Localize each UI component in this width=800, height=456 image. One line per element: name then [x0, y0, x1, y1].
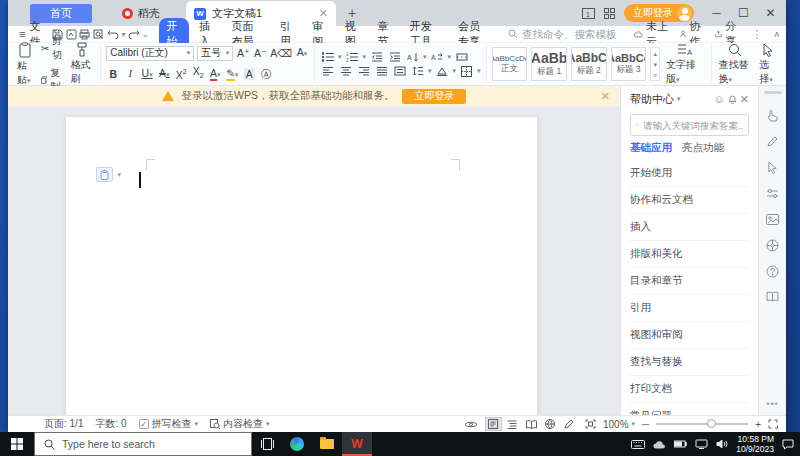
decrease-font-icon[interactable]: A⁻: [253, 47, 267, 59]
document-canvas[interactable]: [8, 106, 620, 415]
styles-scroll[interactable]: ▴ ▾ ≡: [650, 47, 660, 81]
select-button[interactable]: 选择▾: [757, 43, 779, 86]
notification-close-icon[interactable]: ✕: [601, 90, 610, 103]
fullscreen-icon[interactable]: [768, 419, 778, 429]
bell-icon[interactable]: [728, 94, 737, 104]
justify-icon[interactable]: [374, 66, 389, 76]
increase-indent-icon[interactable]: [387, 52, 402, 62]
text-layout-button[interactable]: A 文字排版▾: [664, 43, 706, 86]
content-check-toggle[interactable]: 内容检查 ▾: [210, 417, 270, 431]
style-heading1[interactable]: AaBb 标题 1: [531, 47, 567, 81]
touch-keyboard-icon[interactable]: [631, 440, 645, 449]
scroll-down-icon[interactable]: ▾: [653, 61, 657, 69]
print-preview-icon[interactable]: [92, 29, 106, 40]
style-heading2[interactable]: AaBbC( 标题 2: [571, 47, 607, 81]
strip-more-icon[interactable]: •••: [766, 399, 778, 409]
text-effects-icon[interactable]: A▾: [295, 46, 309, 60]
help-item-collab-cloud[interactable]: 协作和云文档: [630, 187, 749, 214]
bold-button[interactable]: B: [106, 68, 120, 80]
help-item-references[interactable]: 引用: [630, 295, 749, 322]
cut-button[interactable]: ✂ 剪切: [41, 34, 65, 62]
show-marks-icon[interactable]: [454, 52, 469, 62]
increase-font-icon[interactable]: A⁺: [236, 47, 250, 59]
paste-button[interactable]: 粘贴▾: [15, 42, 37, 87]
collapse-ribbon-icon[interactable]: ∧: [773, 29, 780, 39]
paste-options-button[interactable]: [96, 167, 113, 182]
document-page[interactable]: [65, 116, 538, 415]
feedback-smiley-icon[interactable]: ☺: [714, 93, 725, 105]
adjust-sliders-icon[interactable]: [766, 180, 779, 206]
quick-access-more-icon[interactable]: ⌄: [141, 30, 149, 39]
shading-icon[interactable]: [435, 66, 450, 76]
help-item-view-review[interactable]: 视图和审阅: [630, 322, 749, 349]
zoom-slider-knob[interactable]: [707, 419, 716, 428]
window-layout-icon[interactable]: 1: [582, 8, 595, 19]
edge-browser-icon[interactable]: [282, 432, 312, 456]
network-icon[interactable]: [695, 439, 708, 449]
zoom-out-button[interactable]: ─: [642, 419, 649, 430]
help-item-insert[interactable]: 插入: [630, 214, 749, 241]
font-name-select[interactable]: Calibri (正文) ▾: [106, 46, 194, 61]
onedrive-cloud-icon[interactable]: [653, 440, 666, 449]
strikethrough-button[interactable]: A▾: [157, 67, 171, 81]
zoom-slider[interactable]: [656, 423, 748, 425]
italic-button[interactable]: I: [123, 68, 137, 80]
underline-button[interactable]: U▾: [140, 67, 154, 81]
read-mode-button[interactable]: [523, 417, 540, 431]
more-options-icon[interactable]: ⋮: [751, 28, 762, 41]
scroll-up-icon[interactable]: ▴: [653, 50, 657, 58]
strip-handle[interactable]: [764, 91, 782, 94]
select-cursor-icon[interactable]: [767, 154, 778, 180]
font-size-select[interactable]: 五号 ▾: [197, 46, 233, 61]
export-pdf-icon[interactable]: [64, 29, 78, 40]
help-item-print[interactable]: 打印文档: [630, 376, 749, 403]
numbered-list-icon[interactable]: 12: [345, 52, 360, 62]
print-icon[interactable]: [78, 29, 92, 40]
enclose-char-button[interactable]: Ⓐ: [259, 68, 273, 80]
help-item-get-started[interactable]: 开始使用: [630, 160, 749, 187]
command-search-input[interactable]: [522, 28, 634, 40]
start-button[interactable]: [0, 432, 34, 456]
fit-page-icon[interactable]: [585, 419, 596, 429]
wps-taskbar-icon[interactable]: W: [342, 432, 372, 456]
subscript-button[interactable]: X2: [191, 65, 205, 82]
eye-protect-icon[interactable]: [464, 420, 478, 429]
battery-icon[interactable]: [674, 440, 687, 448]
notification-login-button[interactable]: 立即登录: [402, 89, 466, 104]
styles-more-icon[interactable]: ≡: [653, 72, 657, 79]
format-painter-button[interactable]: 格式刷: [69, 42, 96, 86]
undo-dropdown-icon[interactable]: ▾: [119, 30, 127, 39]
tab-grid-icon[interactable]: [604, 8, 615, 19]
notebook-icon[interactable]: [766, 284, 779, 310]
tab-highlight-features[interactable]: 亮点功能: [682, 141, 724, 155]
align-center-icon[interactable]: [338, 66, 353, 76]
page-view-button[interactable]: [485, 417, 502, 431]
style-heading3[interactable]: AaBbCc 标题 3: [611, 47, 647, 81]
quick-gesture-icon[interactable]: [766, 102, 779, 128]
find-replace-button[interactable]: 查找替换▾: [717, 43, 754, 86]
zoom-in-button[interactable]: +: [755, 419, 761, 430]
clear-format-icon[interactable]: A⌫: [270, 47, 292, 59]
help-search-input[interactable]: [643, 120, 743, 131]
zoom-level[interactable]: 100% ▾: [603, 419, 635, 430]
char-shading-button[interactable]: A: [242, 68, 256, 80]
wheel-icon[interactable]: [766, 232, 779, 258]
help-item-toc-sections[interactable]: 目录和章节: [630, 268, 749, 295]
ink-mode-button[interactable]: [561, 417, 578, 431]
taskbar-search[interactable]: [34, 432, 252, 456]
tab-basic-usage[interactable]: 基础应用: [630, 141, 672, 155]
help-item-find-replace[interactable]: 查找与替换: [630, 349, 749, 376]
bullet-list-icon[interactable]: [320, 52, 335, 62]
help-item-layout-beautify[interactable]: 排版和美化: [630, 241, 749, 268]
close-panel-icon[interactable]: ✕: [740, 93, 749, 106]
outline-view-button[interactable]: [504, 417, 521, 431]
file-explorer-icon[interactable]: [312, 432, 342, 456]
pen-annotate-icon[interactable]: [766, 128, 779, 154]
text-direction-icon[interactable]: A: [430, 52, 445, 62]
line-spacing-icon[interactable]: [410, 66, 425, 76]
action-center-icon[interactable]: [782, 439, 794, 450]
borders-icon[interactable]: [459, 66, 474, 77]
web-view-button[interactable]: [542, 417, 559, 431]
redo-icon[interactable]: [128, 29, 142, 39]
taskbar-clock[interactable]: 10:58 PM 10/9/2023: [736, 434, 774, 454]
